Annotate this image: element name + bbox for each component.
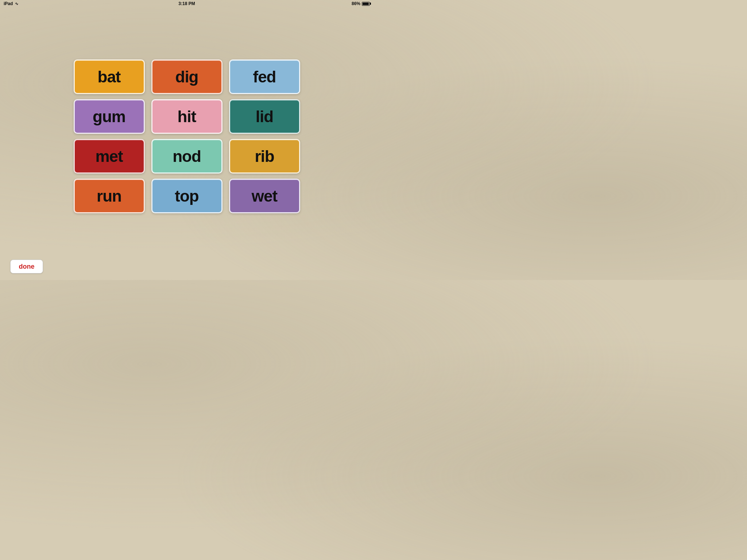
word-label-run: run — [97, 187, 121, 205]
word-card-wet[interactable]: wet — [229, 179, 300, 213]
word-label-wet: wet — [252, 187, 277, 205]
word-card-dig[interactable]: dig — [151, 59, 222, 94]
word-card-bat[interactable]: bat — [74, 59, 145, 94]
word-card-lid[interactable]: lid — [229, 99, 300, 134]
word-card-gum[interactable]: gum — [74, 99, 145, 134]
battery-fill — [363, 3, 369, 5]
word-label-bat: bat — [98, 68, 121, 86]
device-label: iPad — [4, 1, 13, 6]
done-button[interactable]: done — [10, 260, 43, 273]
word-card-run[interactable]: run — [74, 179, 145, 213]
word-label-gum: gum — [93, 108, 125, 126]
word-card-fed[interactable]: fed — [229, 59, 300, 94]
word-card-met[interactable]: met — [74, 139, 145, 174]
battery-percent: 86% — [352, 1, 360, 6]
word-grid: batdigfedgumhitlidmetnodribruntopwet — [0, 11, 374, 262]
done-label: done — [19, 263, 35, 271]
word-card-nod[interactable]: nod — [151, 139, 222, 174]
status-bar: iPad ∿ 3:18 PM 86% — [0, 0, 374, 7]
battery-icon — [362, 2, 370, 6]
wifi-icon: ∿ — [15, 1, 18, 6]
word-card-hit[interactable]: hit — [151, 99, 222, 134]
status-left: iPad ∿ — [4, 1, 18, 6]
grid-row-1: gumhitlid — [74, 99, 300, 134]
word-label-dig: dig — [175, 68, 198, 86]
word-label-nod: nod — [173, 147, 201, 166]
word-card-top[interactable]: top — [151, 179, 222, 213]
word-card-rib[interactable]: rib — [229, 139, 300, 174]
word-label-met: met — [95, 147, 123, 166]
word-label-top: top — [175, 187, 198, 205]
grid-row-2: metnodrib — [74, 139, 300, 174]
word-label-fed: fed — [253, 68, 276, 86]
status-time: 3:18 PM — [178, 1, 195, 6]
grid-row-0: batdigfed — [74, 59, 300, 94]
word-label-rib: rib — [255, 147, 274, 166]
grid-row-3: runtopwet — [74, 179, 300, 213]
word-label-lid: lid — [256, 108, 273, 126]
status-right: 86% — [352, 1, 370, 6]
word-label-hit: hit — [178, 108, 196, 126]
